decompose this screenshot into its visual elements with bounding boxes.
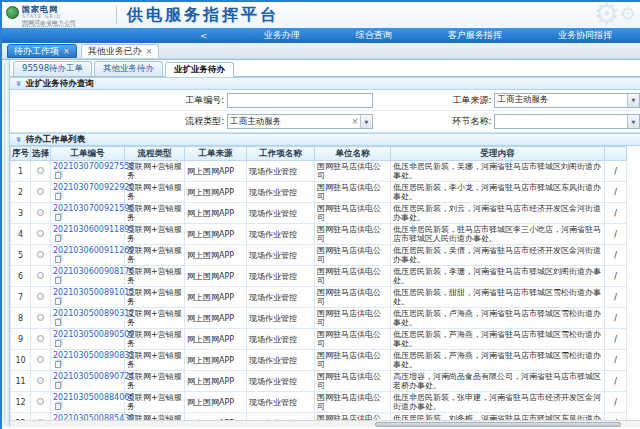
row-radio[interactable] [37, 335, 44, 342]
row-radio[interactable] [37, 293, 44, 300]
cell-seq: 2 [11, 182, 31, 203]
cell-extra: / [605, 392, 627, 413]
copy-icon[interactable] [55, 298, 61, 305]
col-seq: 序号 [11, 147, 31, 161]
row-radio[interactable] [37, 230, 44, 237]
order-no-link[interactable]: 2021030600911269 [53, 246, 134, 255]
copy-icon[interactable] [55, 235, 61, 242]
cell-org-name: 国网驻马店供电公司 [315, 308, 391, 329]
cell-select [31, 266, 51, 287]
cell-seq: 5 [11, 245, 31, 266]
order-no-link[interactable]: 2021030500884066 [53, 393, 134, 402]
copy-icon[interactable] [55, 214, 61, 221]
query-form: 工单编号: 工单来源: 工商主动服务 ▼ 流程类型: 工商主动服务 × ▼ [10, 90, 640, 133]
order-no-link[interactable]: 2021030500890509 [53, 330, 134, 339]
nav-collapse-arrow-icon[interactable]: < [196, 31, 212, 41]
row-radio[interactable] [37, 377, 44, 384]
cell-content: 低压居民新装，李珊，河南省驻马店市驿城区刘阁街道办事处。 [391, 266, 605, 287]
order-no-link[interactable]: 2021030500891015 [53, 288, 134, 297]
row-radio[interactable] [37, 356, 44, 363]
col-order-source[interactable]: 工单来源 [185, 147, 247, 161]
cell-org-name: 国网驻马店供电公司 [315, 203, 391, 224]
dropdown-arrow-icon[interactable]: ▼ [360, 115, 372, 128]
order-no-link[interactable]: 2021030600908176 [53, 267, 134, 276]
order-source-combo[interactable]: 工商主动服务 ▼ [494, 93, 640, 108]
cell-content: 低压居民新装，吴倩，河南省驻马店市经济开发区金河街道办事处。 [391, 245, 605, 266]
nav-item-business-handling[interactable]: 业务办理 [260, 29, 304, 42]
cell-work-item: 现场作业管控 [247, 371, 315, 392]
col-process-type[interactable]: 流程类型 [125, 147, 185, 161]
cell-select [31, 224, 51, 245]
col-content[interactable]: 受理内容 [391, 147, 605, 161]
copy-icon[interactable] [55, 172, 61, 179]
cell-order-no: 2021030700922920 [51, 182, 125, 203]
collapse-chevron-icon[interactable]: » [14, 137, 23, 143]
cell-org-name: 国网驻马店供电公司 [315, 266, 391, 287]
row-radio[interactable] [37, 251, 44, 258]
row-radio[interactable] [37, 314, 44, 321]
order-source-label: 工单来源: [373, 94, 495, 107]
copy-icon[interactable] [55, 382, 61, 389]
horizontal-scrollbar[interactable] [10, 420, 640, 427]
order-no-link[interactable]: 2021030700921596 [53, 204, 134, 213]
col-order-no[interactable]: 工单编号 [51, 147, 125, 161]
table-row: 12021030700927558互联网+营销服务网上国网APP现场作业管控国网… [11, 161, 627, 182]
cell-seq: 3 [11, 203, 31, 224]
copy-icon[interactable] [55, 403, 61, 410]
nav-item-customer-service-command[interactable]: 客户服务指挥 [444, 29, 506, 42]
col-extra [605, 147, 627, 161]
copy-icon[interactable] [55, 361, 61, 368]
tab-close-icon[interactable]: × [63, 47, 70, 56]
collapse-chevron-icon[interactable]: » [14, 81, 23, 87]
copy-icon[interactable] [55, 340, 61, 347]
banner-divider [116, 6, 117, 24]
row-radio[interactable] [37, 272, 44, 279]
scrollbar-thumb[interactable] [375, 422, 621, 427]
cell-content: 低压居民新装，甜甜，河南省驻马店市驿城区雪松街道办事处。 [391, 287, 605, 308]
query-panel-header[interactable]: » 业扩业务待办查询 [10, 77, 640, 90]
tab-other-business-pending[interactable]: 其他业务待办 [94, 61, 163, 76]
order-no-link[interactable]: 2021030700927558 [53, 162, 134, 171]
tab-other-business-done[interactable]: 其他业务已办 × [81, 44, 160, 58]
inner-tabbar: 95598待办工单 其他业务待办 业扩业务待办 [10, 60, 640, 77]
order-no-link[interactable]: 2021030500890724 [53, 372, 134, 381]
cell-content: 高压增容，河南尚品食品有限公司，河南省驻马店市驿城区老桥办事处。 [391, 371, 605, 392]
link-name-combo[interactable]: ▼ [494, 114, 640, 129]
col-work-item[interactable]: 工作项名称 [247, 147, 315, 161]
dropdown-arrow-icon[interactable]: ▼ [627, 115, 639, 128]
worklist-grid: 序号 选择 工单编号 流程类型 工单来源 工作项名称 单位名称 受理内容 120… [10, 146, 640, 427]
nav-item-business-collaboration-command[interactable]: 业务协同指挥 [554, 29, 616, 42]
row-radio[interactable] [37, 209, 44, 216]
order-no-link[interactable]: 2021030500890312 [53, 309, 134, 318]
order-no-link[interactable]: 2021030500890833 [53, 351, 134, 360]
cell-seq: 10 [11, 350, 31, 371]
process-type-combo[interactable]: 工商主动服务 × ▼ [227, 114, 373, 129]
dropdown-arrow-icon[interactable]: ▼ [627, 94, 639, 107]
nav-item-comprehensive-query[interactable]: 综合查询 [352, 29, 396, 42]
col-org-name[interactable]: 单位名称 [315, 147, 391, 161]
order-no-link[interactable]: 2021030700922920 [53, 183, 134, 192]
order-no-input[interactable] [227, 93, 373, 108]
copy-icon[interactable] [55, 277, 61, 284]
cell-select [31, 308, 51, 329]
tab-label: 其他业务已办 [88, 45, 142, 58]
tab-close-icon[interactable]: × [146, 47, 153, 56]
clear-icon[interactable]: × [350, 117, 360, 126]
order-no-link[interactable]: 2021030600911893 [53, 225, 134, 234]
worklist-panel-header[interactable]: » 待办工作单列表 [10, 133, 640, 146]
cell-order-no: 2021030500891015 [51, 287, 125, 308]
table-row: 32021030700921596互联网+营销服务网上国网APP现场作业管控国网… [11, 203, 627, 224]
tab-pending-work-items[interactable]: 待办工作项 × [7, 44, 77, 58]
table-row: 72021030500891015互联网+营销服务网上国网APP现场作业管控国网… [11, 287, 627, 308]
copy-icon[interactable] [55, 193, 61, 200]
cell-order-no: 2021030500890509 [51, 329, 125, 350]
copy-icon[interactable] [55, 256, 61, 263]
copy-icon[interactable] [55, 319, 61, 326]
row-radio[interactable] [37, 398, 44, 405]
row-radio[interactable] [37, 188, 44, 195]
tab-95598-pending-orders[interactable]: 95598待办工单 [13, 61, 92, 76]
row-radio[interactable] [37, 167, 44, 174]
tab-expansion-business-pending[interactable]: 业扩业务待办 [165, 62, 234, 77]
table-row: 102021030500890833互联网+营销服务网上国网APP现场作业管控国… [11, 350, 627, 371]
left-splitter-bar[interactable] [2, 60, 10, 427]
